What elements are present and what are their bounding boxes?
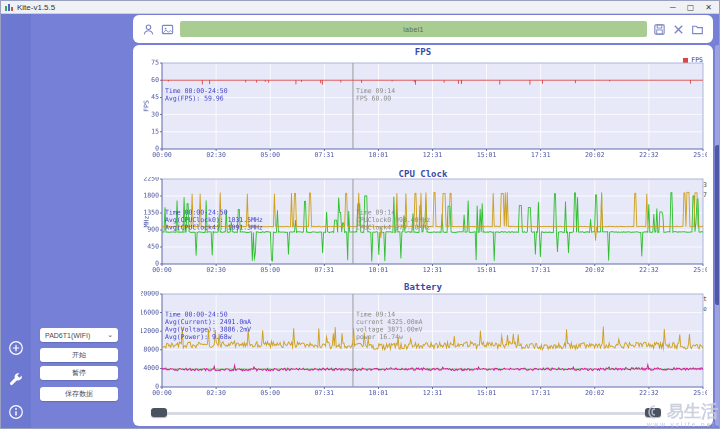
- pause-button[interactable]: 暂停: [40, 366, 118, 380]
- battery-chart-canvas[interactable]: [141, 291, 707, 401]
- minimize-button[interactable]: ─: [670, 2, 676, 13]
- add-icon[interactable]: [8, 340, 24, 356]
- left-rail: [1, 14, 31, 429]
- info-icon[interactable]: [8, 404, 24, 420]
- app-icon: [5, 3, 13, 11]
- clear-icon[interactable]: [672, 23, 685, 36]
- charts-panel: FPS FPS CPU Clock cpu 0-3cpu 4-7 Battery…: [133, 45, 713, 426]
- range-slider: [133, 405, 713, 421]
- scrollbar-thumb[interactable]: [715, 145, 720, 305]
- save-data-button[interactable]: 保存数据: [40, 387, 118, 401]
- wrench-icon[interactable]: [8, 371, 24, 387]
- device-select-value: PAD6T1(WIFI): [45, 332, 90, 339]
- toolbar: label1: [133, 15, 713, 43]
- start-button[interactable]: 开始: [40, 348, 118, 362]
- fps-chart-title: FPS: [133, 47, 713, 57]
- fps-chart-canvas[interactable]: [141, 57, 707, 163]
- v-scrollbar[interactable]: [715, 45, 720, 426]
- close-button[interactable]: ✕: [705, 2, 712, 13]
- app-body: PAD6T1(WIFI) ⌄ 开始 暂停 保存数据 label1: [1, 14, 720, 429]
- slider-handle-left[interactable]: [151, 408, 167, 417]
- open-folder-icon[interactable]: [691, 23, 704, 36]
- app-window: Kite-v1.5.5 ─ ▢ ✕ PAD6T1(WIFI): [0, 0, 720, 429]
- slider-track[interactable]: [159, 412, 661, 415]
- save-icon[interactable]: [653, 23, 666, 36]
- user-icon[interactable]: [142, 23, 155, 36]
- screenshot-icon[interactable]: [161, 23, 174, 36]
- maximize-button[interactable]: ▢: [687, 2, 695, 13]
- window-title: Kite-v1.5.5: [17, 3, 55, 12]
- device-select[interactable]: PAD6T1(WIFI) ⌄: [40, 328, 118, 342]
- slider-handle-right[interactable]: [645, 408, 661, 417]
- chevron-down-icon: ⌄: [107, 331, 113, 339]
- session-label: label1: [180, 21, 647, 37]
- window-titlebar: Kite-v1.5.5 ─ ▢ ✕: [1, 1, 719, 14]
- cpu-chart-canvas[interactable]: [141, 177, 707, 277]
